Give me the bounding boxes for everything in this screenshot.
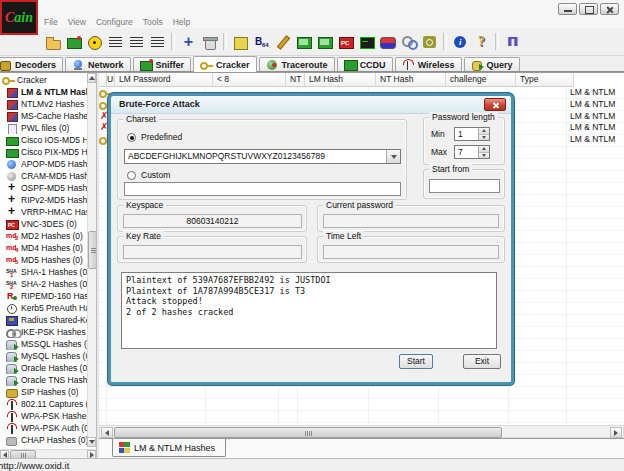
- sidebar-item[interactable]: IKE-PSK Hashes (0: [0, 326, 87, 338]
- tab-decoders[interactable]: Decoders: [0, 57, 63, 71]
- menu-item[interactable]: Configure: [96, 17, 133, 27]
- base64-icon[interactable]: [252, 33, 271, 51]
- sidebar-item[interactable]: NTLMv2 Hashes (: [0, 98, 87, 110]
- column-header[interactable]: < 8: [213, 73, 286, 87]
- spin-down-button[interactable]: [479, 135, 489, 141]
- open-folder-icon[interactable]: [43, 33, 62, 51]
- dialog-close-button[interactable]: [484, 98, 506, 111]
- sidebar-item[interactable]: WPA-PSK Hashes: [0, 410, 87, 422]
- tree-root-cracker[interactable]: Cracker: [0, 73, 87, 86]
- sidebar-item[interactable]: WPA-PSK Auth (0: [0, 422, 87, 434]
- column-header[interactable]: challenge: [446, 73, 516, 87]
- box-icon[interactable]: [378, 33, 397, 51]
- tab-cracker[interactable]: Cracker: [193, 56, 257, 72]
- sidebar-item[interactable]: Kerb5 PreAuth Ha: [0, 302, 87, 314]
- sidebar-item[interactable]: SIP Hashes (0): [0, 386, 87, 398]
- scroll-right-button[interactable]: [610, 427, 622, 438]
- monitor-icon[interactable]: [294, 33, 313, 51]
- sidebar-item[interactable]: APOP-MD5 Hash: [0, 158, 87, 170]
- spoofer-icon[interactable]: [420, 33, 439, 51]
- sidebar-item[interactable]: PWL files (0): [0, 122, 87, 134]
- icon-column-header[interactable]: [99, 73, 107, 87]
- custom-radio-row[interactable]: Custom: [127, 170, 170, 180]
- sidebar-item[interactable]: SHA-2 Hashes (0): [0, 278, 87, 290]
- sidebar-item[interactable]: VNC-3DES (0): [0, 218, 87, 230]
- scroll-thumb[interactable]: [114, 427, 502, 438]
- spin-down-button[interactable]: [479, 153, 489, 159]
- sidebar-item[interactable]: VRRP-HMAC Has: [0, 206, 87, 218]
- column-header[interactable]: LM Password: [115, 73, 213, 87]
- attack-output[interactable]: Plaintext of 539A7687EFBB2492 is JUSTDOI…: [121, 272, 497, 349]
- start-button[interactable]: Start: [399, 354, 433, 369]
- sidebar-item[interactable]: RIPEMD-160 Hash: [0, 290, 87, 302]
- sidebar-vertical-scrollbar[interactable]: [87, 73, 96, 447]
- scroll-up-button[interactable]: [87, 73, 96, 83]
- predefined-radio-row[interactable]: Predefined: [127, 132, 182, 142]
- gears-icon[interactable]: [399, 33, 418, 51]
- close-button[interactable]: [600, 3, 619, 15]
- vnc-icon[interactable]: [336, 33, 355, 51]
- sidebar-item[interactable]: Cisco PIX-MD5 H: [0, 146, 87, 158]
- scroll-left-button[interactable]: [101, 427, 113, 438]
- vpn-monitor-icon[interactable]: [315, 33, 334, 51]
- sidebar-item[interactable]: MD5 Hashes (0): [0, 254, 87, 266]
- sidebar-item[interactable]: MSSQL Hashes (0: [0, 338, 87, 350]
- sidebar-item[interactable]: SHA-1 Hashes (0): [0, 266, 87, 278]
- predefined-radio[interactable]: [127, 133, 136, 142]
- tab-query[interactable]: Query: [464, 57, 520, 71]
- column-header[interactable]: Type: [516, 73, 574, 87]
- tab-ccdu[interactable]: CCDU: [337, 57, 393, 71]
- custom-radio[interactable]: [127, 171, 136, 180]
- column-header[interactable]: User Name: [107, 73, 115, 87]
- menu-item[interactable]: File: [44, 17, 58, 27]
- menu-item[interactable]: Help: [173, 17, 190, 27]
- add-icon[interactable]: [179, 33, 198, 51]
- sidebar-item[interactable]: Oracle Hashes (0): [0, 362, 87, 374]
- help-icon[interactable]: [472, 33, 491, 51]
- min-length-spinner[interactable]: 1: [454, 127, 490, 141]
- list-horizontal-scrollbar[interactable]: [99, 425, 624, 438]
- minimize-button[interactable]: [558, 3, 577, 15]
- sidebar-item[interactable]: OSPF-MD5 Hashe: [0, 182, 87, 194]
- tab-lm-ntlm-hashes[interactable]: LM & NTLM Hashes: [112, 439, 226, 457]
- menu-item[interactable]: View: [68, 17, 86, 27]
- sidebar-item[interactable]: LM & NTLM Hash: [0, 86, 87, 98]
- ntlm-auth-icon[interactable]: [106, 33, 125, 51]
- sidebar-item[interactable]: CRAM-MD5 Hash: [0, 170, 87, 182]
- hash-calculator-icon[interactable]: [231, 33, 250, 51]
- info-icon[interactable]: [451, 33, 470, 51]
- sniffer-adapter-icon[interactable]: [64, 33, 83, 51]
- sidebar-item[interactable]: Oracle TNS Hashe: [0, 374, 87, 386]
- console-icon[interactable]: [357, 33, 376, 51]
- start-from-input[interactable]: [429, 179, 500, 193]
- charset-combobox[interactable]: ABCDEFGHIJKLMNOPQRSTUVWXYZ0123456789: [124, 149, 401, 164]
- chevron-down-icon[interactable]: [386, 150, 400, 163]
- custom-charset-input[interactable]: [124, 182, 401, 196]
- exit-icon[interactable]: [503, 33, 522, 51]
- sidebar-item[interactable]: MS-Cache Hashe: [0, 110, 87, 122]
- remove-icon[interactable]: [200, 33, 219, 51]
- tab-sniffer[interactable]: Sniffer: [133, 57, 192, 71]
- maximize-button[interactable]: [579, 3, 598, 15]
- column-header[interactable]: NT Hash: [376, 73, 446, 87]
- column-header[interactable]: LM Hash: [305, 73, 376, 87]
- exit-button[interactable]: Exit: [463, 354, 501, 369]
- column-header[interactable]: NT Password: [286, 73, 305, 87]
- sidebar-item[interactable]: Radius Shared-Ke: [0, 314, 87, 326]
- sidebar-item[interactable]: MD4 Hashes (0): [0, 242, 87, 254]
- tab-traceroute[interactable]: Traceroute: [259, 57, 335, 71]
- tab-network[interactable]: Network: [65, 57, 131, 71]
- max-length-spinner[interactable]: 7: [454, 145, 490, 159]
- sidebar-item[interactable]: Cisco IOS-MD5 H: [0, 134, 87, 146]
- apr-icon[interactable]: [85, 33, 104, 51]
- wordlist-icon[interactable]: [273, 33, 292, 51]
- menu-item[interactable]: Tools: [143, 17, 163, 27]
- sidebar-item[interactable]: MySQL Hashes (0: [0, 350, 87, 362]
- chall-spoof-ntlm-icon[interactable]: [148, 33, 167, 51]
- sidebar-item[interactable]: MD2 Hashes (0): [0, 230, 87, 242]
- sidebar-item[interactable]: 802.11 Captures (0: [0, 398, 87, 410]
- chall-spoof-reset-icon[interactable]: [127, 33, 146, 51]
- sidebar-item[interactable]: RIPv2-MD5 Hashe: [0, 194, 87, 206]
- tab-wireless[interactable]: Wireless: [395, 57, 462, 71]
- sidebar-item[interactable]: CHAP Hashes (0): [0, 434, 87, 446]
